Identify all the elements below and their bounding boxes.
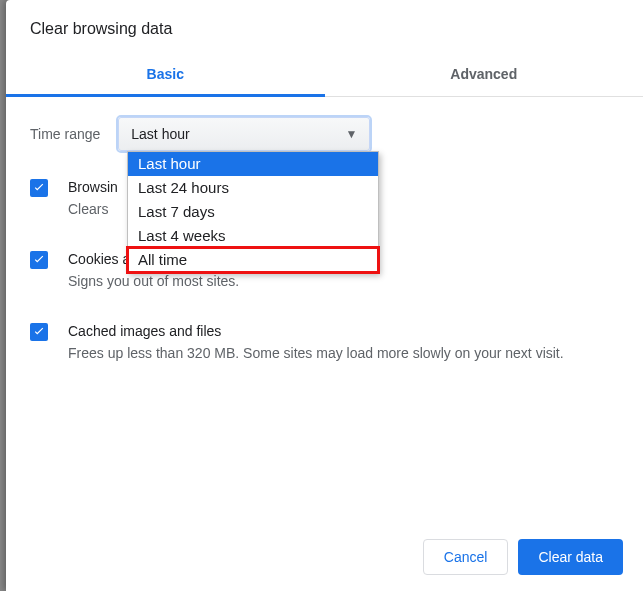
check-icon xyxy=(32,181,46,195)
checkbox-browsing-history[interactable] xyxy=(30,179,48,197)
time-range-dropdown: Last hour Last 24 hours Last 7 days Last… xyxy=(127,151,379,273)
label-cache: Cached images and files xyxy=(68,321,564,341)
checkbox-row-cache: Cached images and files Frees up less th… xyxy=(30,321,619,363)
clear-data-button[interactable]: Clear data xyxy=(518,539,623,575)
sub-cache: Frees up less than 320 MB. Some sites ma… xyxy=(68,343,564,363)
tabs: Basic Advanced xyxy=(6,54,643,97)
dialog-body: Time range Last hour ▼ Last hour Last 24… xyxy=(6,97,643,522)
chevron-down-icon: ▼ xyxy=(345,127,357,141)
time-range-selected-value: Last hour xyxy=(131,126,189,142)
dialog-title: Clear browsing data xyxy=(6,0,643,54)
time-range-select[interactable]: Last hour ▼ xyxy=(118,117,370,151)
checkbox-cookies[interactable] xyxy=(30,251,48,269)
dialog-footer: Cancel Clear data xyxy=(6,522,643,591)
tab-basic[interactable]: Basic xyxy=(6,54,325,96)
option-last-4-weeks[interactable]: Last 4 weeks xyxy=(128,224,378,248)
label-browsing-history: Browsin xyxy=(68,177,118,197)
option-last-7-days[interactable]: Last 7 days xyxy=(128,200,378,224)
time-range-label: Time range xyxy=(30,126,100,142)
check-icon xyxy=(32,325,46,339)
sub-cookies: Signs you out of most sites. xyxy=(68,271,239,291)
sub-browsing-history: Clears xyxy=(68,199,118,219)
tab-advanced[interactable]: Advanced xyxy=(325,54,644,96)
check-icon xyxy=(32,253,46,267)
time-range-row: Time range Last hour ▼ Last hour Last 24… xyxy=(30,117,619,151)
option-last-hour[interactable]: Last hour xyxy=(128,152,378,176)
option-last-24-hours[interactable]: Last 24 hours xyxy=(128,176,378,200)
checkbox-cache[interactable] xyxy=(30,323,48,341)
option-all-time[interactable]: All time xyxy=(128,248,378,272)
cancel-button[interactable]: Cancel xyxy=(423,539,509,575)
clear-browsing-data-dialog: Clear browsing data Basic Advanced Time … xyxy=(6,0,643,591)
